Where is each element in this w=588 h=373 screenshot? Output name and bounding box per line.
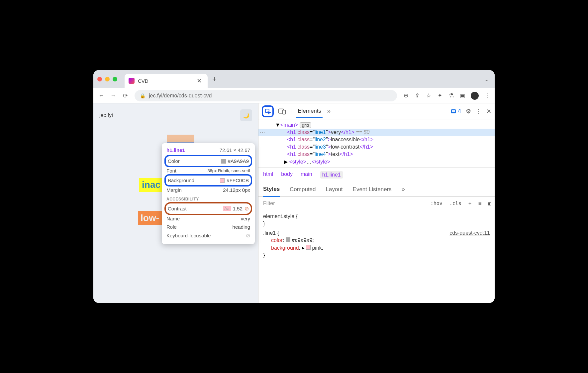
styles-tabs: Styles Computed Layout Event Listeners » — [258, 182, 495, 197]
crumb-html[interactable]: html — [263, 171, 273, 179]
dom-h1-line4[interactable]: <h1 class="line4">text</h1> — [258, 151, 495, 158]
url-text: jec.fyi/demo/cds-quest-cvd — [149, 93, 212, 99]
share-icon[interactable]: ⇪ — [413, 92, 422, 99]
devtools-panel: | Elements » 4 ⚙ ⋮ ✕ ▼<main> grid ⋯<h1 c… — [258, 103, 495, 303]
filter-input[interactable]: Filter — [258, 200, 427, 206]
cls-button[interactable]: .cls — [446, 197, 465, 210]
dark-mode-button[interactable]: 🌙 — [240, 109, 252, 121]
grid-badge[interactable]: grid — [300, 122, 312, 128]
new-rule-button[interactable]: + — [465, 197, 475, 210]
traffic-lights — [97, 77, 117, 81]
style-color-swatch[interactable] — [286, 237, 290, 242]
favicon — [129, 78, 135, 84]
dom-h1-line1[interactable]: ⋯<h1 class="line1">very</h1> == $0 — [258, 129, 495, 136]
sidepanel-icon[interactable]: ▣ — [458, 92, 467, 99]
devtools-toolbar: | Elements » 4 ⚙ ⋮ ✕ — [258, 103, 495, 119]
dom-style[interactable]: ▶ <style>…</style> — [258, 158, 495, 166]
tooltip-name-label: Name — [166, 216, 180, 221]
issues-count: 4 — [458, 108, 461, 115]
not-focusable-icon: ⊘ — [246, 232, 250, 239]
svg-rect-2 — [283, 110, 285, 114]
sidebar-toggle-icon[interactable]: ◧ — [485, 197, 495, 210]
crumb-current[interactable]: h1.line1 — [320, 171, 343, 179]
hov-button[interactable]: :hov — [427, 197, 446, 210]
minimize-window[interactable] — [105, 77, 110, 81]
highlight-margin-top — [167, 135, 194, 142]
tab-elements[interactable]: Elements — [296, 104, 323, 118]
styles-pane[interactable]: element.style { } .line1 {cds-quest-cvd:… — [258, 210, 495, 262]
close-devtools-icon[interactable]: ✕ — [486, 108, 491, 115]
styles-filter-bar: Filter :hov .cls + ⊟ ◧ — [258, 197, 495, 210]
devtools-menu-icon[interactable]: ⋮ — [476, 108, 482, 115]
source-link[interactable]: cds-quest-cvd:11 — [449, 230, 490, 236]
more-subtabs-icon[interactable]: » — [402, 186, 405, 193]
tooltip-font-value: 36px Rubik, sans-serif — [207, 168, 250, 173]
inspect-element-button[interactable] — [262, 105, 274, 117]
tooltip-margin-value: 24.12px 0px — [223, 187, 250, 193]
element-style-selector: element.style { — [263, 213, 298, 219]
dom-main[interactable]: ▼<main> grid — [258, 121, 495, 129]
extensions-icon[interactable]: ✦ — [436, 92, 444, 99]
page-brand: jec.fyi — [99, 112, 113, 118]
browser-tab[interactable]: CVD ✕ — [125, 74, 208, 88]
more-tabs-icon[interactable]: » — [327, 108, 331, 115]
bookmark-icon[interactable]: ☆ — [424, 92, 433, 99]
svg-rect-4 — [452, 110, 455, 111]
crumb-main[interactable]: main — [301, 171, 312, 179]
tooltip-name-value: very — [241, 216, 250, 221]
tab-title: CVD — [138, 78, 193, 84]
device-toolbar-icon[interactable] — [278, 108, 286, 115]
prop-color[interactable]: color — [271, 237, 283, 243]
prop-background[interactable]: background — [271, 245, 299, 251]
page-viewport: jec.fyi 🌙 very inac low- h1.line1 72.61 … — [93, 103, 258, 303]
close-window[interactable] — [97, 77, 102, 81]
tooltip-a11y-header: ACCESSIBILITY — [166, 197, 250, 201]
kebab-menu-icon[interactable]: ⋮ — [483, 92, 491, 99]
tooltip-color-label: Color — [168, 158, 180, 164]
bg-swatch — [220, 178, 225, 183]
labs-icon[interactable]: ⚗ — [447, 92, 455, 99]
color-swatch — [221, 159, 226, 164]
computed-toggle-icon[interactable]: ⊟ — [475, 197, 485, 210]
tooltip-bg-value: #FFC0CB — [227, 178, 249, 183]
crumb-body[interactable]: body — [281, 171, 293, 179]
maximize-window[interactable] — [113, 77, 117, 81]
inspect-tooltip: h1.line1 72.61 × 42.67 Color #A9A9A9 Fon… — [162, 143, 255, 244]
lock-icon: 🔒 — [140, 93, 146, 98]
val-background[interactable]: pink — [312, 245, 322, 251]
breadcrumb: html body main h1.line1 — [258, 168, 495, 182]
back-button[interactable]: ← — [97, 92, 106, 99]
new-tab-button[interactable]: + — [212, 75, 217, 83]
tooltip-role-label: Role — [166, 224, 177, 230]
tooltip-contrast-value: 1.52 — [233, 206, 243, 211]
zoom-icon[interactable]: ⊖ — [402, 92, 410, 99]
tooltip-color-value: #A9A9A9 — [228, 158, 249, 164]
warning-icon: ⊘ — [245, 205, 249, 212]
tooltip-margin-label: Margin — [166, 187, 182, 193]
dom-h1-line3[interactable]: <h1 class="line3">low-contrast</h1> — [258, 143, 495, 151]
tab-event-listeners[interactable]: Event Listeners — [353, 186, 392, 193]
val-color[interactable]: #a9a9a9 — [292, 237, 312, 243]
svg-rect-5 — [452, 111, 455, 112]
contrast-sample-icon: Aa — [223, 206, 231, 211]
tab-styles[interactable]: Styles — [263, 186, 280, 197]
tooltip-role-value: heading — [233, 224, 250, 230]
address-bar[interactable]: 🔒 jec.fyi/demo/cds-quest-cvd — [135, 90, 397, 101]
close-tab-icon[interactable]: ✕ — [197, 77, 202, 84]
tabs-menu-icon[interactable]: ⌄ — [484, 76, 489, 82]
rule-selector[interactable]: .line1 { — [263, 230, 279, 236]
tab-layout[interactable]: Layout — [326, 186, 343, 193]
tab-computed[interactable]: Computed — [290, 186, 316, 193]
style-bg-swatch[interactable] — [306, 245, 311, 250]
tooltip-font-label: Font — [166, 168, 176, 174]
forward-button: → — [109, 92, 118, 99]
tooltip-contrast-label: Contrast — [168, 206, 187, 211]
profile-avatar[interactable] — [471, 92, 479, 100]
dom-tree[interactable]: ▼<main> grid ⋯<h1 class="line1">very</h1… — [258, 119, 495, 168]
tooltip-dimensions: 72.61 × 42.67 — [220, 147, 250, 153]
settings-icon[interactable]: ⚙ — [466, 108, 471, 115]
issues-button[interactable]: 4 — [450, 108, 461, 115]
dom-h1-line2[interactable]: <h1 class="line2">inaccessible</h1> — [258, 136, 495, 143]
titlebar: CVD ✕ + ⌄ — [93, 70, 495, 88]
reload-button[interactable]: ⟳ — [121, 92, 130, 99]
